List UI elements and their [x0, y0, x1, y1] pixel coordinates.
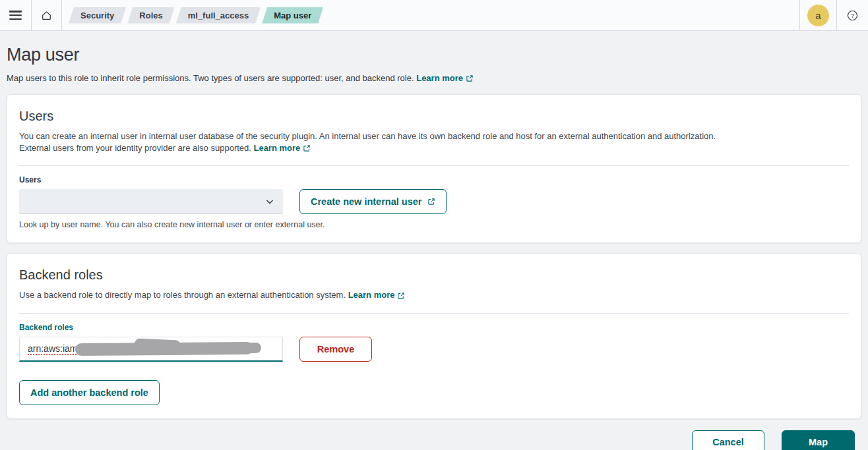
- backend-roles-panel: Backend roles Use a backend role to dire…: [7, 253, 861, 418]
- chevron-down-icon: [264, 196, 275, 207]
- cancel-button[interactable]: Cancel: [692, 430, 764, 450]
- backend-roles-field-label: Backend roles: [19, 323, 849, 332]
- user-avatar[interactable]: a: [807, 5, 829, 26]
- hamburger-menu-icon: [9, 11, 22, 20]
- learn-more-link[interactable]: Learn more: [416, 72, 474, 84]
- panel-divider: [19, 165, 849, 166]
- users-help-text: Look up by user name. You can also creat…: [19, 220, 849, 229]
- users-description-line2: External users from your identity provid…: [19, 143, 251, 153]
- nav-menu-button[interactable]: [0, 0, 31, 30]
- breadcrumb-roles[interactable]: Roles: [127, 7, 174, 24]
- page-description: Map users to this role to inherit role p…: [7, 72, 861, 84]
- page-title: Map user: [7, 45, 861, 65]
- home-icon: [41, 10, 52, 21]
- users-panel: Users You can create an internal user in…: [7, 94, 861, 244]
- panel-divider: [19, 313, 849, 314]
- learn-more-label: Learn more: [254, 142, 301, 154]
- backend-role-input-value: arn:aws:iam: [28, 343, 77, 354]
- backend-panel-description: Use a backend role to directly map to ro…: [19, 289, 849, 301]
- users-combobox[interactable]: [19, 189, 283, 214]
- redaction-scribble: [75, 342, 253, 356]
- breadcrumb-security[interactable]: Security: [69, 7, 126, 24]
- backend-learn-more-link[interactable]: Learn more: [348, 289, 406, 301]
- main-content: Map user Map users to this role to inher…: [0, 45, 868, 450]
- breadcrumb-map-user: Map user: [262, 7, 323, 24]
- svg-text:?: ?: [851, 12, 854, 18]
- external-link-icon: [466, 74, 474, 82]
- users-panel-title: Users: [19, 109, 849, 124]
- create-internal-user-label: Create new internal user: [311, 196, 421, 207]
- add-backend-role-button[interactable]: Add another backend role: [19, 380, 160, 405]
- help-button[interactable]: ?: [837, 0, 868, 30]
- users-learn-more-link[interactable]: Learn more: [254, 142, 311, 154]
- external-link-icon: [303, 144, 311, 152]
- map-button[interactable]: Map: [782, 430, 855, 450]
- users-description-line1: You can create an internal user in inter…: [19, 131, 716, 141]
- create-internal-user-button[interactable]: Create new internal user: [299, 189, 447, 214]
- backend-panel-title: Backend roles: [19, 267, 849, 283]
- page-header: Map user Map users to this role to inher…: [7, 45, 861, 84]
- breadcrumb-ml-full-access[interactable]: ml_full_access: [176, 7, 261, 24]
- backend-role-input[interactable]: arn:aws:iam: [19, 337, 283, 362]
- page-description-text: Map users to this role to inherit role p…: [7, 73, 414, 83]
- external-link-icon: [427, 198, 435, 206]
- backend-description-text: Use a backend role to directly map to ro…: [19, 290, 346, 300]
- learn-more-label: Learn more: [348, 289, 395, 301]
- learn-more-label: Learn more: [416, 72, 463, 84]
- breadcrumb: Security Roles ml_full_access Map user: [62, 7, 799, 24]
- header-divider: [799, 0, 800, 30]
- help-icon: ?: [847, 10, 858, 21]
- top-header: Security Roles ml_full_access Map user a…: [0, 0, 868, 31]
- external-link-icon: [397, 292, 405, 300]
- remove-backend-role-button[interactable]: Remove: [299, 337, 372, 362]
- users-panel-description: You can create an internal user in inter…: [19, 130, 849, 155]
- users-field-label: Users: [19, 175, 849, 184]
- home-button[interactable]: [32, 0, 61, 30]
- form-actions: Cancel Map: [13, 430, 855, 450]
